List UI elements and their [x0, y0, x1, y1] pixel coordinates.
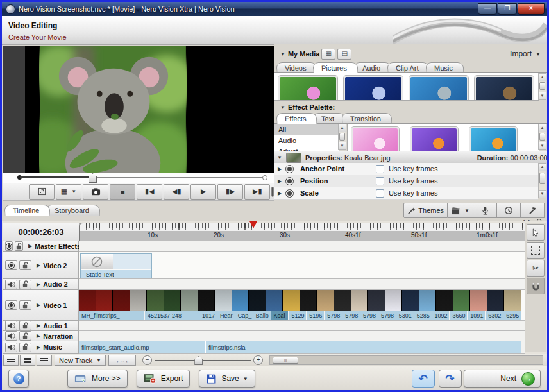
- detail-view-button[interactable]: ▤: [337, 49, 351, 60]
- tools-button[interactable]: [521, 203, 545, 218]
- zoom-slider-thumb[interactable]: [194, 356, 203, 365]
- play-button[interactable]: ▶: [190, 184, 216, 200]
- next-frame-button[interactable]: ▮▶: [217, 184, 243, 200]
- clip-label[interactable]: 5798: [360, 311, 378, 320]
- scroll-down-icon[interactable]: ▼: [539, 142, 546, 149]
- clip-label[interactable]: 5285: [414, 311, 432, 320]
- restore-button[interactable]: ❐: [498, 3, 517, 15]
- filmstrip-thumbnails[interactable]: [79, 290, 521, 311]
- effect-category-all[interactable]: All: [274, 124, 339, 135]
- export-button[interactable]: Export: [137, 370, 190, 388]
- use-key-frames-checkbox[interactable]: [376, 177, 384, 185]
- movie-options-button[interactable]: ▼: [448, 203, 473, 218]
- title-bar[interactable]: Nero Vision Screenshot.nvc * [Movie] - N…: [2, 2, 547, 16]
- close-button[interactable]: ×: [518, 3, 545, 15]
- track-size-small-button[interactable]: [37, 355, 52, 366]
- effect-scrollbar[interactable]: ▲ ▼: [538, 124, 546, 150]
- track-row-audio2[interactable]: [79, 279, 525, 290]
- zoom-out-button[interactable]: −: [142, 355, 152, 365]
- effect-tab-text[interactable]: Text: [313, 113, 346, 124]
- lock-toggle[interactable]: [15, 241, 23, 251]
- view-tab-storyboard[interactable]: Storyboard: [46, 205, 101, 216]
- scroll-up-icon[interactable]: ▲: [539, 74, 546, 81]
- save-button[interactable]: Save ▼: [199, 370, 255, 388]
- import-button[interactable]: Import ▼: [510, 49, 541, 58]
- use-key-frames-checkbox[interactable]: [376, 165, 384, 173]
- category-scrollbar[interactable]: ▲ ▼: [338, 124, 346, 150]
- marquee-tool-button[interactable]: [527, 242, 545, 259]
- media-scrollbar[interactable]: ▲ ▼: [538, 73, 546, 100]
- jellyfish-photo[interactable]: [344, 76, 403, 101]
- seek-thumb[interactable]: [89, 173, 97, 183]
- clip-label[interactable]: Hear: [217, 311, 235, 320]
- expand-icon[interactable]: ▶: [274, 178, 285, 184]
- clip-label[interactable]: 6295: [503, 311, 521, 320]
- select-tool-button[interactable]: [527, 224, 545, 241]
- new-track-button[interactable]: New Track ▼: [55, 355, 106, 366]
- timeline-ruler[interactable]: 10s20s30s40s1f50s1f1m0s1f: [79, 223, 525, 241]
- playhead-line[interactable]: [253, 221, 253, 354]
- expand-icon[interactable]: ▶: [37, 282, 40, 287]
- clip-label[interactable]: 1091: [468, 311, 486, 320]
- lock-toggle[interactable]: [19, 280, 31, 289]
- mute-toggle[interactable]: [5, 321, 17, 330]
- lock-toggle[interactable]: [19, 260, 31, 270]
- record-enable-toggle[interactable]: [5, 260, 17, 270]
- wildlife-photo[interactable]: [475, 76, 534, 101]
- dolphin-photo[interactable]: [409, 76, 468, 101]
- scroll-down-icon[interactable]: ▼: [539, 190, 546, 198]
- go-to-end-button[interactable]: ▶▮: [244, 184, 270, 200]
- flower-photo[interactable]: [278, 76, 337, 101]
- stop-button[interactable]: ■: [110, 184, 135, 200]
- horizontal-scroll-thumb[interactable]: |||: [273, 357, 298, 364]
- clip-label[interactable]: MH_filmstrips_: [79, 311, 145, 320]
- track-row-narration[interactable]: [79, 331, 525, 341]
- track-row-master-effects[interactable]: [79, 241, 525, 252]
- clip-label[interactable]: 5798: [342, 311, 360, 320]
- snap-ends-button[interactable]: →··←: [108, 355, 136, 366]
- media-tab-videos[interactable]: Videos: [276, 62, 317, 73]
- static-text-clip[interactable]: Static Text: [80, 253, 152, 279]
- clip-label[interactable]: Ballo: [253, 311, 271, 320]
- collapse-icon[interactable]: ▼: [277, 155, 282, 160]
- keyframe-target-icon[interactable]: [285, 189, 294, 198]
- snapshot-button[interactable]: [83, 184, 108, 200]
- effect-blue-fish[interactable]: [469, 127, 517, 151]
- media-tab-clip-art[interactable]: Clip Art: [387, 62, 430, 73]
- thumbnail-view-button[interactable]: ▦: [321, 49, 335, 60]
- clip-label[interactable]: 1092: [432, 311, 450, 320]
- themes-button[interactable]: Themes: [403, 203, 448, 218]
- track-size-medium-button[interactable]: [20, 355, 35, 366]
- clip-label[interactable]: 1017: [199, 311, 217, 320]
- track-size-large-button[interactable]: [3, 355, 19, 366]
- snap-tool-button[interactable]: [527, 278, 545, 294]
- expand-icon[interactable]: ▶: [274, 191, 285, 196]
- media-tab-music[interactable]: Music: [425, 62, 464, 73]
- mute-toggle[interactable]: [5, 331, 17, 341]
- lock-toggle[interactable]: [19, 343, 31, 352]
- record-narration-button[interactable]: [473, 203, 497, 218]
- more-button[interactable]: More >>: [67, 370, 128, 388]
- duration-settings-button[interactable]: [497, 203, 521, 218]
- expand-icon[interactable]: ▶: [37, 302, 40, 308]
- clip-label[interactable]: 5196: [307, 311, 325, 320]
- lock-toggle[interactable]: [19, 331, 31, 341]
- clip-label[interactable]: Koal: [271, 311, 289, 320]
- clip-label[interactable]: 6302: [486, 311, 503, 320]
- playhead-marker[interactable]: [249, 221, 257, 228]
- effect-pink-fish[interactable]: [351, 127, 399, 151]
- zoom-in-button[interactable]: +: [253, 355, 263, 365]
- clip-label[interactable]: 5129: [289, 311, 307, 320]
- expand-icon[interactable]: ▶: [37, 262, 40, 268]
- clip-label[interactable]: 5301: [396, 311, 414, 320]
- display-mode-button[interactable]: ▦ ▼: [56, 184, 81, 200]
- mute-toggle[interactable]: [5, 343, 17, 352]
- expand-icon[interactable]: ▶: [37, 333, 40, 339]
- track-row-video2[interactable]: Static Text: [79, 252, 525, 279]
- mute-toggle[interactable]: [5, 280, 17, 289]
- keyframe-target-icon[interactable]: [285, 177, 294, 185]
- zoom-slider-track[interactable]: [155, 360, 251, 361]
- next-button[interactable]: Next →: [464, 370, 541, 388]
- effect-tab-effects[interactable]: Effects: [276, 113, 317, 124]
- clip-label[interactable]: 5798: [378, 311, 396, 320]
